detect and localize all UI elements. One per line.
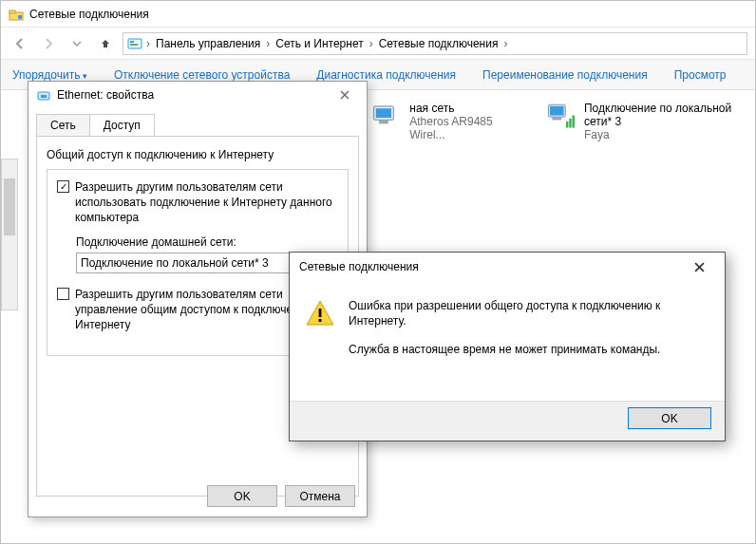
dialog-title: Ethernet: свойства	[57, 88, 154, 102]
rename-button[interactable]: Переименование подключения	[482, 68, 648, 82]
cancel-button[interactable]: Отмена	[285, 485, 355, 507]
network-folder-icon	[9, 7, 24, 22]
warning-icon	[305, 298, 335, 328]
chevron-right-icon: ›	[369, 37, 373, 50]
navigation-bar: › Панель управления › Сеть и Интернет › …	[1, 28, 755, 60]
connection-item[interactable]: ная сеть Atheros AR9485 Wirel...	[371, 102, 508, 141]
scrollbar-thumb[interactable]	[4, 178, 15, 235]
connection-device: Faya	[584, 128, 736, 141]
organize-menu[interactable]: Упорядочить	[12, 68, 87, 82]
window-titlebar: Сетевые подключения	[1, 1, 755, 28]
svg-rect-14	[572, 116, 574, 128]
error-messagebox: Сетевые подключения Ошибка при разрешени…	[289, 252, 726, 441]
svg-rect-5	[130, 44, 138, 46]
svg-rect-16	[41, 95, 47, 98]
group-label: Общий доступ к подключению к Интернету	[47, 148, 349, 161]
error-text-2: Служба в настоящее время не может приним…	[349, 342, 709, 357]
lan-adapter-icon	[546, 102, 576, 136]
svg-rect-7	[376, 108, 391, 118]
diagnose-button[interactable]: Диагностика подключения	[316, 68, 456, 82]
svg-rect-17	[319, 309, 322, 317]
scrollbar[interactable]	[1, 159, 18, 310]
allow-sharing-checkbox[interactable]	[57, 180, 69, 193]
ok-label: OK	[661, 412, 677, 425]
svg-rect-10	[550, 106, 564, 116]
breadcrumb-item[interactable]: Сеть и Интернет	[274, 37, 365, 50]
tab-access[interactable]: Доступ	[89, 114, 155, 136]
forward-button[interactable]	[37, 32, 60, 55]
chevron-right-icon: ›	[146, 37, 150, 50]
ok-label: OK	[234, 490, 250, 503]
breadcrumb-item[interactable]: Сетевые подключения	[377, 37, 501, 50]
svg-rect-4	[130, 41, 134, 43]
allow-control-checkbox[interactable]	[57, 288, 69, 300]
svg-rect-8	[379, 120, 388, 123]
error-text-1: Ошибка при разрешении общего доступа к п…	[349, 298, 709, 328]
up-button[interactable]	[94, 32, 117, 55]
breadcrumb[interactable]: › Панель управления › Сеть и Интернет › …	[123, 32, 747, 55]
back-button[interactable]	[9, 32, 31, 55]
tab-network[interactable]: Сеть	[36, 114, 90, 136]
view-button[interactable]: Просмотр	[674, 68, 727, 82]
breadcrumb-item[interactable]: Панель управления	[154, 37, 262, 50]
connection-name: Подключение по локальной сети* 3	[584, 102, 736, 128]
svg-rect-11	[552, 117, 561, 120]
allow-sharing-label: Разрешить другим пользователям сети испо…	[75, 179, 338, 226]
connection-device: Atheros AR9485 Wirel...	[409, 115, 507, 141]
messagebox-titlebar[interactable]: Сетевые подключения	[290, 253, 725, 281]
disable-device-button[interactable]: Отключение сетевого устройства	[114, 68, 290, 82]
chevron-right-icon: ›	[503, 37, 507, 50]
window-title: Сетевые подключения	[29, 8, 149, 21]
svg-rect-1	[9, 10, 15, 13]
close-button[interactable]	[331, 84, 359, 105]
chevron-right-icon: ›	[266, 37, 270, 50]
dialog-titlebar[interactable]: Ethernet: свойства	[28, 82, 367, 108]
recent-dropdown[interactable]	[66, 32, 88, 55]
ok-button[interactable]: OK	[207, 485, 277, 507]
home-network-label: Подключение домашней сети:	[76, 235, 338, 249]
wifi-adapter-icon	[371, 102, 402, 136]
connection-item[interactable]: Подключение по локальной сети* 3 Faya	[546, 102, 736, 141]
messagebox-title: Сетевые подключения	[299, 260, 419, 273]
cancel-label: Отмена	[299, 490, 340, 503]
svg-point-2	[18, 14, 22, 18]
tab-strip: Сеть Доступ	[28, 108, 367, 136]
close-button[interactable]	[683, 255, 715, 278]
combo-value: Подключение по локальной сети* 3	[81, 256, 269, 270]
ethernet-icon	[36, 87, 51, 103]
control-panel-icon	[127, 36, 142, 51]
connection-name: ная сеть	[409, 102, 507, 115]
svg-rect-12	[566, 122, 568, 127]
home-network-combo[interactable]: Подключение по локальной сети* 3 ▾	[76, 253, 323, 273]
svg-rect-18	[319, 319, 322, 322]
ok-button[interactable]: OK	[628, 407, 711, 429]
svg-rect-13	[569, 119, 571, 128]
